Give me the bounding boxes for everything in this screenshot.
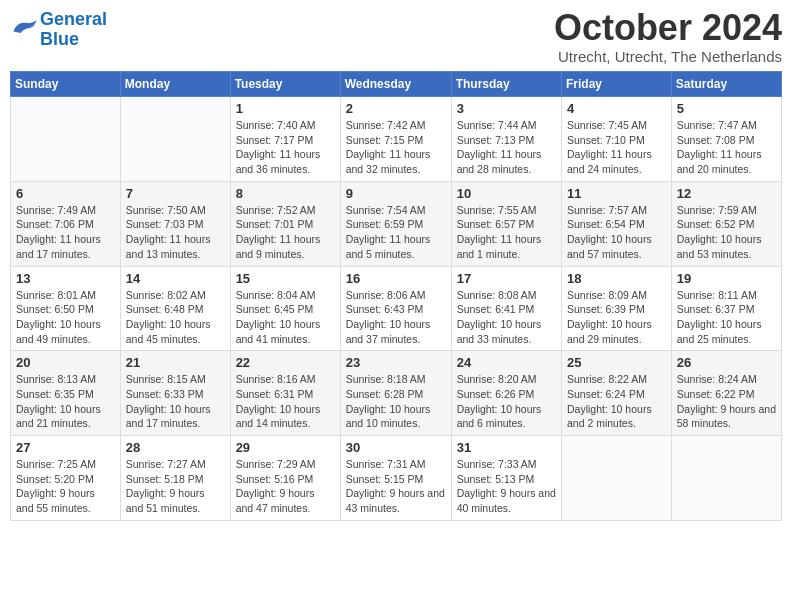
calendar-cell: 23Sunrise: 8:18 AM Sunset: 6:28 PM Dayli… bbox=[340, 351, 451, 436]
day-number: 13 bbox=[16, 271, 115, 286]
location-subtitle: Utrecht, Utrecht, The Netherlands bbox=[554, 48, 782, 65]
day-number: 16 bbox=[346, 271, 446, 286]
calendar-cell: 14Sunrise: 8:02 AM Sunset: 6:48 PM Dayli… bbox=[120, 266, 230, 351]
calendar-cell: 4Sunrise: 7:45 AM Sunset: 7:10 PM Daylig… bbox=[562, 97, 672, 182]
day-number: 23 bbox=[346, 355, 446, 370]
day-detail: Sunrise: 7:54 AM Sunset: 6:59 PM Dayligh… bbox=[346, 203, 446, 262]
day-detail: Sunrise: 7:49 AM Sunset: 7:06 PM Dayligh… bbox=[16, 203, 115, 262]
calendar-week-row: 13Sunrise: 8:01 AM Sunset: 6:50 PM Dayli… bbox=[11, 266, 782, 351]
calendar-cell: 5Sunrise: 7:47 AM Sunset: 7:08 PM Daylig… bbox=[671, 97, 781, 182]
calendar-cell bbox=[671, 436, 781, 521]
day-detail: Sunrise: 8:15 AM Sunset: 6:33 PM Dayligh… bbox=[126, 372, 225, 431]
page-header: General Blue October 2024 Utrecht, Utrec… bbox=[10, 10, 782, 65]
logo-text2: Blue bbox=[40, 30, 107, 50]
day-number: 9 bbox=[346, 186, 446, 201]
calendar-cell bbox=[120, 97, 230, 182]
calendar-cell: 16Sunrise: 8:06 AM Sunset: 6:43 PM Dayli… bbox=[340, 266, 451, 351]
day-number: 8 bbox=[236, 186, 335, 201]
day-number: 5 bbox=[677, 101, 776, 116]
calendar-cell: 1Sunrise: 7:40 AM Sunset: 7:17 PM Daylig… bbox=[230, 97, 340, 182]
day-number: 31 bbox=[457, 440, 556, 455]
calendar-header-tuesday: Tuesday bbox=[230, 72, 340, 97]
calendar-week-row: 6Sunrise: 7:49 AM Sunset: 7:06 PM Daylig… bbox=[11, 181, 782, 266]
calendar-cell: 22Sunrise: 8:16 AM Sunset: 6:31 PM Dayli… bbox=[230, 351, 340, 436]
day-number: 18 bbox=[567, 271, 666, 286]
day-detail: Sunrise: 7:45 AM Sunset: 7:10 PM Dayligh… bbox=[567, 118, 666, 177]
calendar-cell: 18Sunrise: 8:09 AM Sunset: 6:39 PM Dayli… bbox=[562, 266, 672, 351]
day-number: 10 bbox=[457, 186, 556, 201]
day-number: 22 bbox=[236, 355, 335, 370]
day-number: 26 bbox=[677, 355, 776, 370]
calendar-cell: 29Sunrise: 7:29 AM Sunset: 5:16 PM Dayli… bbox=[230, 436, 340, 521]
day-detail: Sunrise: 7:29 AM Sunset: 5:16 PM Dayligh… bbox=[236, 457, 335, 516]
calendar-cell: 10Sunrise: 7:55 AM Sunset: 6:57 PM Dayli… bbox=[451, 181, 561, 266]
logo-text: General bbox=[40, 10, 107, 30]
day-number: 17 bbox=[457, 271, 556, 286]
day-number: 28 bbox=[126, 440, 225, 455]
calendar-cell: 30Sunrise: 7:31 AM Sunset: 5:15 PM Dayli… bbox=[340, 436, 451, 521]
day-number: 2 bbox=[346, 101, 446, 116]
day-detail: Sunrise: 7:44 AM Sunset: 7:13 PM Dayligh… bbox=[457, 118, 556, 177]
day-detail: Sunrise: 7:52 AM Sunset: 7:01 PM Dayligh… bbox=[236, 203, 335, 262]
day-detail: Sunrise: 8:18 AM Sunset: 6:28 PM Dayligh… bbox=[346, 372, 446, 431]
title-area: October 2024 Utrecht, Utrecht, The Nethe… bbox=[554, 10, 782, 65]
day-detail: Sunrise: 8:09 AM Sunset: 6:39 PM Dayligh… bbox=[567, 288, 666, 347]
day-detail: Sunrise: 7:42 AM Sunset: 7:15 PM Dayligh… bbox=[346, 118, 446, 177]
day-detail: Sunrise: 8:16 AM Sunset: 6:31 PM Dayligh… bbox=[236, 372, 335, 431]
calendar-cell: 3Sunrise: 7:44 AM Sunset: 7:13 PM Daylig… bbox=[451, 97, 561, 182]
day-number: 7 bbox=[126, 186, 225, 201]
calendar-header-friday: Friday bbox=[562, 72, 672, 97]
calendar-cell: 25Sunrise: 8:22 AM Sunset: 6:24 PM Dayli… bbox=[562, 351, 672, 436]
calendar-cell: 17Sunrise: 8:08 AM Sunset: 6:41 PM Dayli… bbox=[451, 266, 561, 351]
calendar-cell: 11Sunrise: 7:57 AM Sunset: 6:54 PM Dayli… bbox=[562, 181, 672, 266]
calendar-cell: 31Sunrise: 7:33 AM Sunset: 5:13 PM Dayli… bbox=[451, 436, 561, 521]
day-number: 20 bbox=[16, 355, 115, 370]
day-number: 30 bbox=[346, 440, 446, 455]
day-number: 25 bbox=[567, 355, 666, 370]
day-number: 27 bbox=[16, 440, 115, 455]
day-number: 24 bbox=[457, 355, 556, 370]
calendar-table: SundayMondayTuesdayWednesdayThursdayFrid… bbox=[10, 71, 782, 521]
calendar-cell: 12Sunrise: 7:59 AM Sunset: 6:52 PM Dayli… bbox=[671, 181, 781, 266]
calendar-week-row: 20Sunrise: 8:13 AM Sunset: 6:35 PM Dayli… bbox=[11, 351, 782, 436]
calendar-cell bbox=[11, 97, 121, 182]
day-number: 11 bbox=[567, 186, 666, 201]
day-detail: Sunrise: 7:59 AM Sunset: 6:52 PM Dayligh… bbox=[677, 203, 776, 262]
day-number: 21 bbox=[126, 355, 225, 370]
day-number: 12 bbox=[677, 186, 776, 201]
day-number: 19 bbox=[677, 271, 776, 286]
calendar-header-wednesday: Wednesday bbox=[340, 72, 451, 97]
calendar-cell: 15Sunrise: 8:04 AM Sunset: 6:45 PM Dayli… bbox=[230, 266, 340, 351]
day-number: 4 bbox=[567, 101, 666, 116]
day-detail: Sunrise: 7:25 AM Sunset: 5:20 PM Dayligh… bbox=[16, 457, 115, 516]
day-detail: Sunrise: 8:04 AM Sunset: 6:45 PM Dayligh… bbox=[236, 288, 335, 347]
calendar-cell: 27Sunrise: 7:25 AM Sunset: 5:20 PM Dayli… bbox=[11, 436, 121, 521]
day-detail: Sunrise: 8:13 AM Sunset: 6:35 PM Dayligh… bbox=[16, 372, 115, 431]
day-detail: Sunrise: 8:02 AM Sunset: 6:48 PM Dayligh… bbox=[126, 288, 225, 347]
logo: General Blue bbox=[10, 10, 107, 50]
day-detail: Sunrise: 7:27 AM Sunset: 5:18 PM Dayligh… bbox=[126, 457, 225, 516]
calendar-week-row: 27Sunrise: 7:25 AM Sunset: 5:20 PM Dayli… bbox=[11, 436, 782, 521]
calendar-cell: 24Sunrise: 8:20 AM Sunset: 6:26 PM Dayli… bbox=[451, 351, 561, 436]
day-detail: Sunrise: 8:22 AM Sunset: 6:24 PM Dayligh… bbox=[567, 372, 666, 431]
calendar-cell: 21Sunrise: 8:15 AM Sunset: 6:33 PM Dayli… bbox=[120, 351, 230, 436]
calendar-header-thursday: Thursday bbox=[451, 72, 561, 97]
day-detail: Sunrise: 8:01 AM Sunset: 6:50 PM Dayligh… bbox=[16, 288, 115, 347]
day-number: 15 bbox=[236, 271, 335, 286]
day-detail: Sunrise: 8:20 AM Sunset: 6:26 PM Dayligh… bbox=[457, 372, 556, 431]
day-detail: Sunrise: 7:31 AM Sunset: 5:15 PM Dayligh… bbox=[346, 457, 446, 516]
calendar-cell: 9Sunrise: 7:54 AM Sunset: 6:59 PM Daylig… bbox=[340, 181, 451, 266]
day-number: 6 bbox=[16, 186, 115, 201]
calendar-cell bbox=[562, 436, 672, 521]
day-detail: Sunrise: 8:06 AM Sunset: 6:43 PM Dayligh… bbox=[346, 288, 446, 347]
day-number: 1 bbox=[236, 101, 335, 116]
day-detail: Sunrise: 8:24 AM Sunset: 6:22 PM Dayligh… bbox=[677, 372, 776, 431]
calendar-cell: 26Sunrise: 8:24 AM Sunset: 6:22 PM Dayli… bbox=[671, 351, 781, 436]
calendar-week-row: 1Sunrise: 7:40 AM Sunset: 7:17 PM Daylig… bbox=[11, 97, 782, 182]
logo-bird-icon bbox=[10, 17, 38, 39]
calendar-cell: 19Sunrise: 8:11 AM Sunset: 6:37 PM Dayli… bbox=[671, 266, 781, 351]
day-detail: Sunrise: 7:47 AM Sunset: 7:08 PM Dayligh… bbox=[677, 118, 776, 177]
calendar-cell: 8Sunrise: 7:52 AM Sunset: 7:01 PM Daylig… bbox=[230, 181, 340, 266]
day-detail: Sunrise: 7:40 AM Sunset: 7:17 PM Dayligh… bbox=[236, 118, 335, 177]
day-detail: Sunrise: 8:11 AM Sunset: 6:37 PM Dayligh… bbox=[677, 288, 776, 347]
